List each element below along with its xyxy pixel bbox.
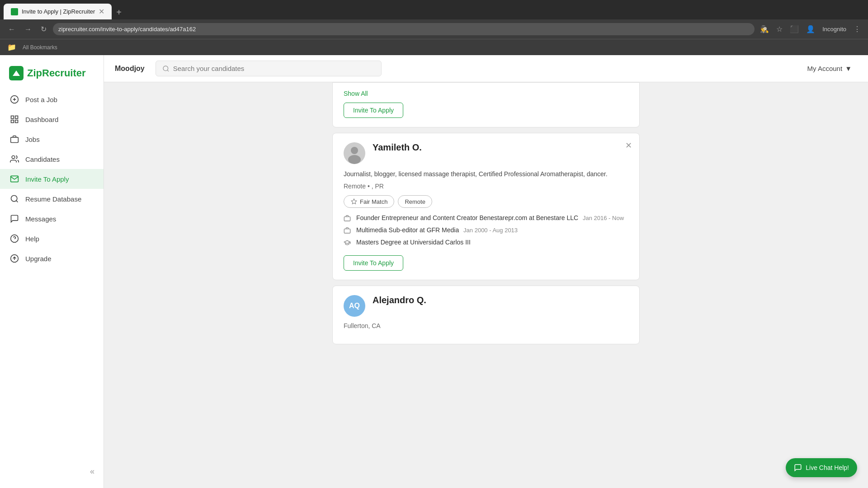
extension-icon[interactable]: ⬛	[788, 23, 801, 35]
alejandro-location: Fullerton, CA	[344, 322, 628, 329]
sidebar-item-candidates[interactable]: Candidates	[0, 149, 104, 169]
svg-point-15	[163, 66, 168, 71]
sidebar-item-resume-database[interactable]: Resume Database	[0, 189, 104, 209]
menu-icon[interactable]: ⋮	[852, 23, 863, 35]
browser-chrome: Invite to Apply | ZipRecruiter ✕ + ← → ↻…	[0, 0, 868, 55]
candidate-card-alejandro: AQ Alejandro Q. Fullerton, CA	[332, 286, 640, 344]
bookmarks-bar: 📁 All Bookmarks	[0, 39, 868, 55]
back-button[interactable]: ←	[5, 23, 18, 35]
all-bookmarks-link[interactable]: All Bookmarks	[20, 43, 60, 52]
message-circle-icon	[9, 213, 20, 224]
help-label: Help	[25, 235, 39, 243]
address-bar[interactable]	[53, 23, 755, 35]
my-account-label: My Account	[807, 65, 843, 72]
app-container: ZipRecruiter Post a Job Dashboard Jobs C…	[0, 55, 868, 488]
help-circle-icon	[9, 233, 20, 244]
fair-match-label: Fair Match	[360, 198, 387, 205]
fair-match-tag: Fair Match	[344, 195, 394, 208]
exp-title-2: Multimedia Sub-editor at GFR Media	[356, 226, 459, 234]
sidebar-item-post-job[interactable]: Post a Job	[0, 89, 104, 109]
card-header: Yamileth O.	[344, 142, 628, 164]
users-icon	[9, 154, 20, 164]
education-text-1: Masters Degree at Universidad Carlos III	[356, 239, 471, 246]
logo-text: ZipRecruiter	[27, 67, 86, 79]
experience-item-1: Founder Entrepreneur and Content Creator…	[344, 214, 628, 223]
alejandro-card-header: AQ Alejandro Q.	[344, 295, 628, 317]
forward-button[interactable]: →	[22, 23, 34, 35]
search-bar	[156, 61, 382, 76]
chevron-down-icon: ▼	[845, 65, 852, 72]
svg-rect-7	[15, 120, 18, 123]
sidebar-item-invite-to-apply[interactable]: Invite To Apply	[0, 169, 104, 189]
briefcase-exp-icon-1	[344, 215, 352, 223]
new-tab-button[interactable]: +	[113, 5, 125, 19]
profile-icon[interactable]: 👤	[804, 23, 817, 35]
show-all-link[interactable]: Show All	[344, 90, 628, 97]
star-icon[interactable]: ☆	[774, 23, 784, 35]
app-header: Moodjoy My Account ▼	[104, 55, 868, 82]
candidate-location: Remote • , PR	[344, 183, 628, 190]
svg-point-10	[11, 196, 17, 202]
active-tab[interactable]: Invite to Apply | ZipRecruiter ✕	[4, 4, 112, 19]
top-partial-card: Show All Invite To Apply	[332, 82, 640, 127]
candidate-tags: Fair Match Remote	[344, 195, 628, 208]
sidebar-item-dashboard[interactable]: Dashboard	[0, 109, 104, 129]
exp-title-1: Founder Entrepreneur and Content Creator…	[356, 214, 578, 221]
sidebar-item-messages[interactable]: Messages	[0, 209, 104, 229]
candidate-description: Journalist, blogger, licensed massage th…	[344, 169, 628, 179]
sidebar-item-jobs[interactable]: Jobs	[0, 129, 104, 149]
upgrade-label: Upgrade	[25, 255, 52, 263]
sidebar-item-help[interactable]: Help	[0, 229, 104, 249]
sidebar: ZipRecruiter Post a Job Dashboard Jobs C…	[0, 55, 104, 488]
tab-close-btn[interactable]: ✕	[99, 7, 104, 16]
tab-favicon	[11, 8, 18, 15]
browser-nav: ← → ↻ 🕵 ☆ ⬛ 👤 Incognito ⋮	[0, 19, 868, 39]
svg-line-11	[16, 201, 18, 202]
bookmarks-icon: 📁	[5, 41, 18, 53]
sidebar-item-upgrade[interactable]: Upgrade	[0, 249, 104, 268]
svg-rect-5	[15, 116, 18, 119]
search-icon	[9, 193, 20, 204]
my-account-button[interactable]: My Account ▼	[802, 62, 857, 75]
svg-point-19	[348, 155, 361, 164]
nav-icons: 🕵 ☆ ⬛ 👤 Incognito ⋮	[758, 23, 863, 35]
jobs-label: Jobs	[25, 136, 40, 143]
remote-tag: Remote	[398, 195, 432, 208]
candidates-label: Candidates	[25, 155, 60, 163]
exp-date-1: Jan 2016 - Now	[583, 215, 624, 221]
candidate-avatar	[344, 142, 365, 164]
edu-degree-1: Masters Degree at Universidad Carlos III	[356, 239, 471, 246]
sidebar-collapse-btn[interactable]: «	[0, 462, 104, 481]
company-name: Moodjoy	[115, 65, 145, 73]
svg-rect-4	[11, 116, 14, 119]
live-chat-button[interactable]: Live Chat Help!	[786, 458, 857, 477]
incognito-label: Incognito	[821, 24, 848, 34]
briefcase-icon	[9, 134, 20, 145]
live-chat-label: Live Chat Help!	[806, 464, 849, 471]
tab-title: Invite to Apply | ZipRecruiter	[22, 8, 95, 15]
chat-icon	[794, 464, 802, 472]
candidate-name-alejandro: Alejandro Q.	[373, 295, 426, 305]
post-job-label: Post a Job	[25, 96, 57, 103]
remote-label: Remote	[405, 198, 425, 205]
card-close-button[interactable]: ✕	[625, 141, 632, 150]
browser-tabs: Invite to Apply | ZipRecruiter ✕ +	[0, 0, 868, 19]
graduation-icon	[344, 239, 352, 247]
reload-button[interactable]: ↻	[38, 23, 49, 35]
top-invite-button[interactable]: Invite To Apply	[344, 103, 403, 118]
grid-icon	[9, 114, 20, 125]
candidate-invite-button-yamileth[interactable]: Invite To Apply	[344, 255, 403, 271]
svg-rect-6	[11, 120, 14, 123]
svg-point-9	[12, 156, 15, 159]
search-input[interactable]	[173, 65, 375, 72]
svg-rect-21	[344, 229, 350, 233]
svg-point-18	[351, 147, 358, 154]
ziprecruiter-logo-icon	[9, 66, 24, 80]
collapse-icon: «	[90, 467, 94, 476]
exp-date-2: Jan 2000 - Aug 2013	[463, 227, 518, 234]
logo-area: ZipRecruiter	[0, 62, 104, 89]
svg-rect-20	[344, 217, 350, 221]
alejandro-avatar: AQ	[344, 295, 365, 317]
fair-match-icon	[350, 198, 358, 205]
dashboard-label: Dashboard	[25, 116, 58, 123]
